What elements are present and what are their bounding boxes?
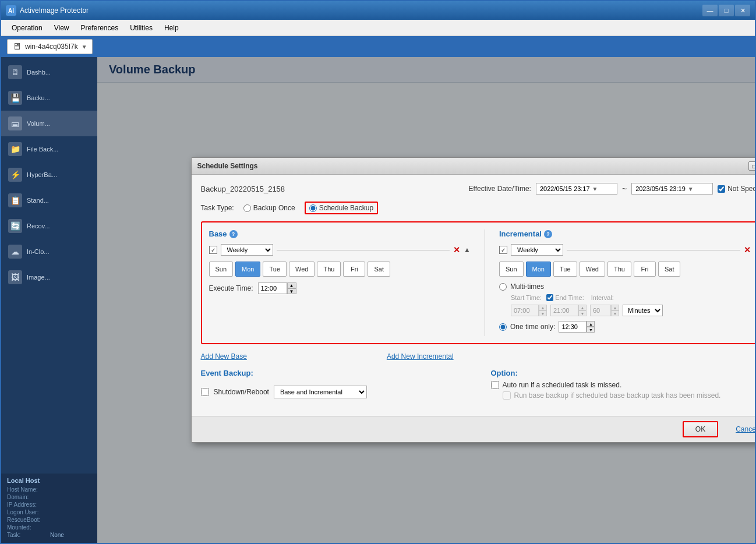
interval-up[interactable]: ▲	[611, 305, 619, 310]
menu-help[interactable]: Help	[158, 22, 185, 34]
base-day-sat[interactable]: Sat	[368, 262, 390, 277]
incremental-day-sun[interactable]: Sun	[499, 262, 524, 277]
interval-group: ▲ ▼	[590, 305, 619, 316]
base-day-sun[interactable]: Sun	[209, 262, 234, 277]
end-time-down[interactable]: ▼	[578, 310, 587, 316]
cancel-button[interactable]: Cancel	[724, 421, 755, 437]
one-time-up[interactable]: ▲	[587, 321, 595, 327]
menu-operation[interactable]: Operation	[6, 22, 48, 34]
menu-preferences[interactable]: Preferences	[75, 22, 125, 34]
auto-run-checkbox[interactable]	[491, 381, 499, 389]
task-type-row: Task Type: Backup Once Schedule Backup	[201, 202, 755, 214]
start-time-up[interactable]: ▲	[539, 305, 547, 310]
base-collapse-button[interactable]: ▲	[464, 246, 471, 254]
start-time-input[interactable]	[511, 305, 539, 316]
sidebar-item-dashboard[interactable]: 🖥 Dashb...	[1, 59, 97, 85]
base-day-mon[interactable]: Mon	[235, 262, 260, 277]
incremental-freq-line	[567, 250, 740, 250]
base-freq-checkbox[interactable]	[209, 246, 217, 254]
host-dropdown-icon[interactable]: ▼	[82, 44, 87, 50]
incremental-help-icon[interactable]: ?	[544, 230, 552, 238]
footer-row-logon: Logon User:	[7, 509, 91, 515]
sidebar-item-in-cloud[interactable]: ☁ In-Clo...	[1, 239, 97, 264]
sidebar-item-volume[interactable]: 🖴 Volum...	[1, 111, 97, 136]
end-time-up[interactable]: ▲	[578, 305, 587, 310]
sidebar-item-backup[interactable]: 💾 Backu...	[1, 85, 97, 111]
one-time-input[interactable]	[559, 321, 587, 333]
base-day-fri[interactable]: Fri	[343, 262, 365, 277]
maximize-button[interactable]: □	[719, 5, 734, 16]
menu-view[interactable]: View	[48, 22, 75, 34]
base-day-thu[interactable]: Thu	[317, 262, 341, 277]
incremental-day-thu[interactable]: Thu	[607, 262, 631, 277]
end-time-input[interactable]	[550, 305, 578, 316]
incremental-day-fri[interactable]: Fri	[634, 262, 656, 277]
sidebar-item-standby[interactable]: 📋 Stand...	[1, 188, 97, 213]
one-time-down[interactable]: ▼	[587, 327, 595, 333]
add-new-base-link[interactable]: Add New Base	[201, 352, 247, 361]
sidebar-item-image[interactable]: 🖼 Image...	[1, 264, 97, 290]
ok-button[interactable]: OK	[683, 421, 718, 437]
base-time-down[interactable]: ▼	[287, 288, 296, 294]
base-help-icon[interactable]: ?	[229, 230, 238, 238]
date-start-input[interactable]: 2022/05/15 23:17 ▼	[536, 183, 617, 195]
end-time-checkbox[interactable]	[546, 294, 553, 301]
add-new-incremental-link[interactable]: Add New Incremental	[387, 352, 454, 361]
interval-input[interactable]	[590, 305, 611, 316]
local-host-label: Local Host	[7, 477, 91, 484]
incremental-remove-button[interactable]: ✕	[744, 245, 751, 255]
event-backup-section: Event Backup: Shutdown/Reboot Base and I…	[201, 369, 479, 402]
sidebar-item-file-backup[interactable]: 📁 File Back...	[1, 136, 97, 162]
dialog-minimize-button[interactable]: □	[748, 161, 755, 171]
sidebar-label-backup: Backu...	[27, 94, 50, 101]
close-button[interactable]: ✕	[735, 5, 750, 16]
base-remove-button[interactable]: ✕	[453, 245, 460, 255]
event-backup-label: Event Backup:	[201, 369, 253, 377]
incremental-freq-select[interactable]: Weekly Daily Monthly	[511, 244, 563, 256]
interval-down[interactable]: ▼	[611, 310, 619, 316]
backup-name: Backup_20220515_2158	[201, 185, 285, 193]
title-bar: Ai ActiveImage Protector — □ ✕	[1, 1, 755, 20]
event-type-select[interactable]: Base and Incremental Base Only Increment…	[274, 386, 367, 398]
run-base-checkbox[interactable]	[503, 391, 511, 400]
in-cloud-icon: ☁	[8, 245, 22, 259]
incremental-day-tue[interactable]: Tue	[553, 262, 577, 277]
incremental-day-mon[interactable]: Mon	[526, 262, 551, 277]
backup-once-option[interactable]: Backup Once	[243, 204, 295, 212]
multi-times-radio[interactable]	[499, 283, 507, 291]
date-start-dropdown-icon[interactable]: ▼	[592, 186, 598, 192]
incremental-day-sat[interactable]: Sat	[658, 262, 681, 277]
event-dropdown-group: Base and Incremental Base Only Increment…	[274, 386, 367, 398]
minimize-button[interactable]: —	[702, 5, 718, 16]
interval-unit-select[interactable]: Minutes Hours	[623, 305, 663, 316]
base-freq-select[interactable]: Weekly Daily Monthly	[221, 244, 273, 256]
backup-once-radio[interactable]	[243, 204, 251, 212]
base-day-tue[interactable]: Tue	[263, 262, 287, 277]
base-title: Base ?	[209, 229, 471, 238]
base-time-up[interactable]: ▲	[287, 282, 296, 288]
date-end-dropdown-icon[interactable]: ▼	[688, 186, 694, 192]
sidebar-item-hyperba[interactable]: ⚡ HyperBa...	[1, 162, 97, 188]
host-selector[interactable]: 🖥 win-4a4cq035I7k ▼	[7, 39, 93, 54]
start-time-down[interactable]: ▼	[539, 310, 547, 316]
menu-utilities[interactable]: Utilities	[124, 22, 158, 34]
one-time-row: One time only: ▲ ▼	[499, 321, 755, 333]
incremental-collapse-button[interactable]: ▲	[754, 246, 755, 254]
auto-run-row: Auto run if a scheduled task is missed.	[491, 381, 755, 389]
incremental-day-wed[interactable]: Wed	[580, 262, 605, 277]
task-type-label: Task Type:	[201, 204, 234, 212]
one-time-group: ▲ ▼	[559, 321, 595, 333]
date-end-input[interactable]: 2023/05/15 23:19 ▼	[631, 183, 713, 195]
sidebar-item-recovery[interactable]: 🔄 Recov...	[1, 213, 97, 239]
hyperba-icon: ⚡	[8, 168, 22, 182]
incremental-freq-checkbox[interactable]	[499, 246, 507, 254]
one-time-radio[interactable]	[499, 323, 507, 331]
schedule-backup-option[interactable]: Schedule Backup	[305, 202, 378, 214]
app-title: ActiveImage Protector	[20, 6, 702, 15]
shutdown-reboot-checkbox[interactable]	[201, 388, 209, 396]
not-specified-checkbox[interactable]	[718, 185, 725, 193]
base-time-input[interactable]	[258, 282, 287, 294]
base-day-wed[interactable]: Wed	[289, 262, 315, 277]
schedule-backup-radio[interactable]	[309, 204, 317, 212]
event-backup-title-row: Event Backup:	[201, 369, 479, 377]
